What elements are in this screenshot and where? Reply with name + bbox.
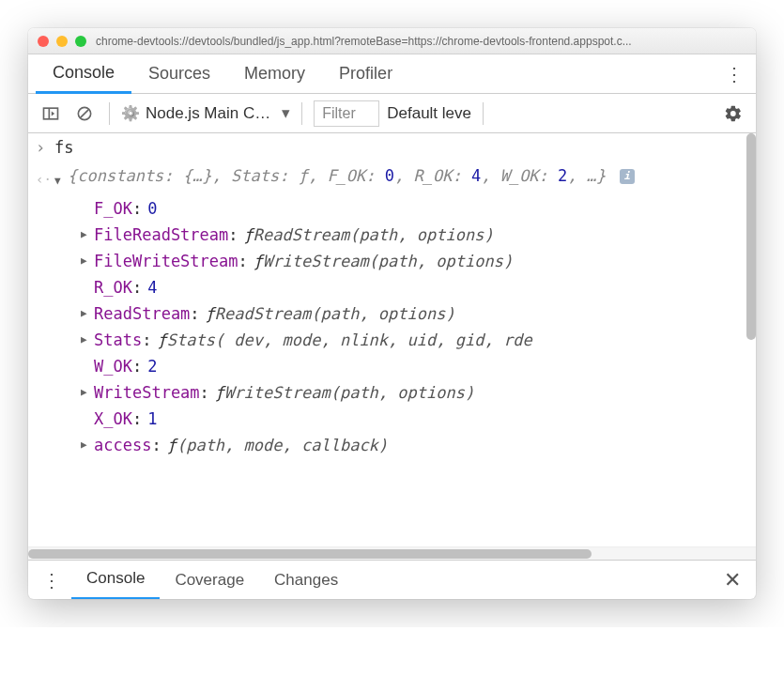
property-key: F_OK [94,196,132,221]
drawer-tab-coverage[interactable]: Coverage [160,561,259,600]
window-url: chrome-devtools://devtools/bundled/js_ap… [96,35,746,48]
expand-triangle-icon[interactable]: ▶ [81,380,94,405]
input-chevron-icon: › [36,135,54,160]
object-summary[interactable]: {constants: {…}, Stats: ƒ, F_OK: 0, R_OK… [68,163,635,188]
console-input-row[interactable]: › fs [28,133,756,161]
property-key: Stats [94,328,142,352]
console-output-row[interactable]: ‹· ▼ {constants: {…}, Stats: ƒ, F_OK: 0,… [28,161,756,195]
divider [109,102,110,125]
property-value: WriteStream(path, options) [263,249,513,273]
property-row[interactable]: ▶FileWriteStream: ƒ WriteStream(path, op… [81,248,756,274]
filter-input[interactable] [314,100,379,127]
property-value: 1 [147,407,157,431]
property-key: WriteStream [94,380,200,405]
context-selector[interactable]: ⚙️ Node.js Main C… ▾ [121,103,290,123]
property-value: 0 [147,196,157,221]
property-value: ReadStream(path, options) [215,301,455,326]
tab-profiler[interactable]: Profiler [322,54,409,94]
titlebar: chrome-devtools://devtools/bundled/js_ap… [28,28,756,54]
object-properties: F_OK: 0▶FileReadStream: ƒ ReadStream(pat… [28,195,756,458]
log-level-selector[interactable]: Default leve [387,104,471,123]
console-settings-button[interactable] [720,100,746,127]
console-input-text: fs [54,135,73,160]
expand-triangle-icon[interactable]: ▶ [81,328,94,352]
property-row[interactable]: ▶access: ƒ (path, mode, callback) [81,432,756,458]
tab-memory[interactable]: Memory [227,54,322,94]
clear-icon [75,104,94,123]
expand-caret-icon[interactable]: ▼ [54,163,68,193]
property-value: 4 [147,275,157,300]
property-value: WriteStream(path, options) [224,380,474,405]
drawer-menu-button[interactable]: ⋮ [38,569,66,592]
function-icon: ƒ [215,380,224,405]
divider [483,102,484,125]
expand-triangle-icon[interactable]: ▶ [81,249,94,273]
vertical-scrollbar[interactable] [746,133,756,340]
clear-console-button[interactable] [71,100,98,127]
svg-line-4 [81,109,88,116]
property-row[interactable]: ▶Stats: ƒ Stats( dev, mode, nlink, uid, … [81,327,756,353]
property-value: Stats( dev, mode, nlink, uid, gid, rde [167,328,532,352]
drawer-tab-console[interactable]: Console [71,561,160,600]
tab-console[interactable]: Console [36,54,131,94]
traffic-lights [38,36,86,47]
expand-triangle-icon[interactable]: ▶ [81,433,94,457]
function-icon: ƒ [157,328,166,352]
horizontal-scrollbar-thumb[interactable] [28,549,592,559]
property-key: R_OK [94,275,132,300]
property-row[interactable]: R_OK: 4 [81,274,756,300]
function-icon: ƒ [167,433,177,457]
console-toolbar: ⚙️ Node.js Main C… ▾ Default leve [28,94,756,133]
drawer-tabs: ⋮ Console Coverage Changes ✕ [28,560,756,599]
svg-marker-2 [52,111,54,115]
maximize-window-button[interactable] [75,36,86,47]
property-row[interactable]: ▶WriteStream: ƒ WriteStream(path, option… [81,379,756,406]
svg-rect-0 [44,108,58,119]
toggle-sidebar-button[interactable] [38,100,64,127]
property-key: W_OK [94,354,132,378]
property-key: ReadStream [94,301,190,326]
property-key: FileWriteStream [94,249,238,273]
console-output: › fs ‹· ▼ {constants: {…}, Stats: ƒ, F_O… [28,133,756,546]
function-icon: ƒ [244,223,254,247]
context-label: Node.js Main C… [146,104,270,123]
divider [301,102,302,125]
function-icon: ƒ [254,249,263,273]
info-icon[interactable]: i [620,169,635,184]
tab-sources[interactable]: Sources [131,54,227,94]
devtools-window: chrome-devtools://devtools/bundled/js_ap… [28,28,756,599]
property-key: access [94,433,151,457]
property-value: (path, mode, callback) [177,433,388,457]
main-tabs: Console Sources Memory Profiler ⋮ [28,54,756,94]
horizontal-scrollbar-track[interactable] [28,546,756,560]
expand-triangle-icon[interactable]: ▶ [81,223,94,247]
gear-icon [724,104,743,123]
property-key: X_OK [94,407,132,431]
sidebar-icon [41,104,60,123]
property-row[interactable]: F_OK: 0 [81,195,756,222]
property-key: FileReadStream [94,223,228,247]
property-row[interactable]: X_OK: 1 [81,406,756,432]
close-drawer-button[interactable]: ✕ [718,568,746,592]
chevron-down-icon: ▾ [282,103,290,123]
context-icon: ⚙️ [121,104,140,122]
main-menu-button[interactable]: ⋮ [720,63,748,85]
close-window-button[interactable] [38,36,49,47]
expand-triangle-icon[interactable]: ▶ [81,301,94,326]
property-row[interactable]: ▶FileReadStream: ƒ ReadStream(path, opti… [81,222,756,248]
property-row[interactable]: W_OK: 2 [81,353,756,379]
output-chevron-icon: ‹· [36,163,54,192]
drawer-tab-changes[interactable]: Changes [259,561,353,600]
minimize-window-button[interactable] [56,36,68,47]
function-icon: ƒ [206,301,215,326]
property-value: ReadStream(path, options) [254,223,494,247]
property-value: 2 [147,354,157,378]
property-row[interactable]: ▶ReadStream: ƒ ReadStream(path, options) [81,300,756,327]
